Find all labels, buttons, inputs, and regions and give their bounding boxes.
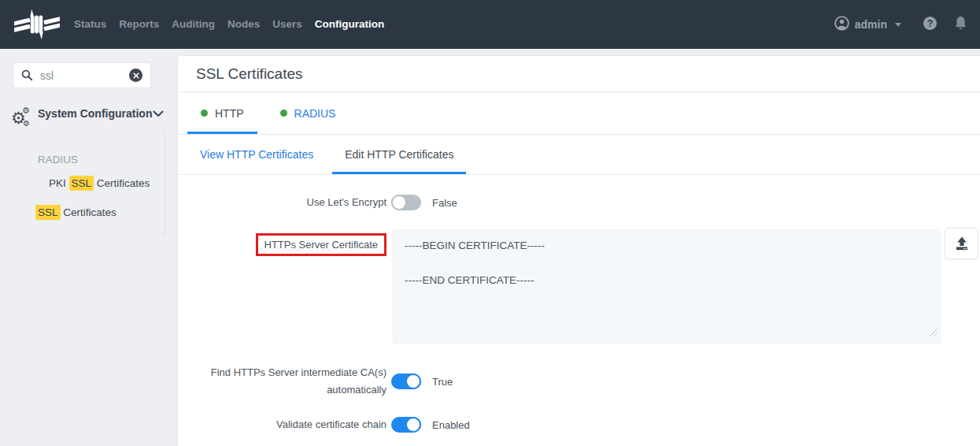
- sidebar-item-system-configuration[interactable]: ⚙ ⚙ ⚙ System Configuration: [11, 105, 165, 122]
- sidebar-section-radius: RADIUS: [38, 154, 78, 165]
- green-status-dot-icon: [280, 110, 287, 117]
- annotation-red-box: HTTPs Server Certificate: [256, 233, 386, 256]
- subtabs-bar: View HTTP Certificates Edit HTTP Certifi…: [178, 135, 980, 175]
- upload-certificate-button[interactable]: [945, 228, 978, 259]
- search-input[interactable]: [40, 69, 129, 82]
- gears-icon: ⚙ ⚙ ⚙: [11, 105, 38, 122]
- server-certificate-textarea[interactable]: -----BEGIN CERTIFICATE----- -----END CER…: [393, 229, 941, 344]
- item-text: Certificates: [94, 177, 150, 189]
- tab-http[interactable]: HTTP: [187, 92, 257, 134]
- server-certificate-label: HTTPs Server Certificate: [264, 239, 378, 251]
- subtab-edit-http-certificates[interactable]: Edit HTTP Certificates: [332, 135, 466, 174]
- nav-item-status[interactable]: Status: [68, 0, 113, 49]
- validate-chain-value: Enabled: [432, 419, 470, 431]
- user-icon: [834, 16, 849, 34]
- help-icon: ?: [923, 16, 937, 34]
- zpe-logo-icon[interactable]: [14, 9, 60, 40]
- main-navigation: Status Reports Auditing Nodes Users Conf…: [68, 0, 390, 49]
- tab-label: RADIUS: [294, 107, 336, 120]
- sidebar-item-ssl-certificates[interactable]: SSL Certificates: [35, 206, 116, 218]
- lets-encrypt-label: Use Let's Encrypt: [178, 194, 386, 211]
- notifications-button[interactable]: [954, 16, 967, 34]
- subtab-label: Edit HTTP Certificates: [345, 148, 453, 161]
- search-match-highlight: SSL: [35, 205, 61, 220]
- nav-item-reports[interactable]: Reports: [113, 0, 165, 49]
- intermediate-ca-toggle[interactable]: [391, 374, 421, 389]
- nav-item-configuration[interactable]: Configuration: [309, 0, 390, 49]
- sidebar-search-box: [13, 62, 151, 88]
- sidebar-divider-line: [165, 133, 165, 236]
- lets-encrypt-row: Use Let's Encrypt False: [178, 194, 980, 211]
- intermediate-ca-label: Find HTTPs Server intermediate CA(s) aut…: [178, 364, 386, 399]
- item-text: Certificates: [61, 206, 116, 218]
- navbar-right: admin ?: [834, 16, 967, 34]
- subtab-label: View HTTP Certificates: [200, 148, 313, 161]
- upload-icon: [954, 236, 970, 251]
- help-button[interactable]: ?: [923, 16, 937, 34]
- page-title: SSL Certificates: [196, 65, 303, 83]
- top-navbar: Status Reports Auditing Nodes Users Conf…: [0, 0, 980, 49]
- toggle-knob: [405, 417, 421, 433]
- intermediate-ca-value: True: [432, 376, 453, 388]
- intermediate-ca-row: Find HTTPs Server intermediate CA(s) aut…: [178, 364, 980, 399]
- nav-item-auditing[interactable]: Auditing: [165, 0, 221, 49]
- validate-chain-toggle[interactable]: [391, 417, 421, 433]
- item-text: PKI: [49, 177, 69, 189]
- tab-label: HTTP: [215, 107, 244, 120]
- validate-chain-label: Validate certificate chain: [178, 416, 386, 433]
- chevron-down-icon[interactable]: [153, 106, 164, 121]
- server-certificate-row: HTTPs Server Certificate -----BEGIN CERT…: [178, 229, 980, 344]
- toggle-knob: [391, 195, 407, 210]
- sidebar-item-pki-ssl-certificates[interactable]: PKI SSL Certificates: [49, 177, 150, 189]
- lets-encrypt-toggle[interactable]: [391, 195, 421, 210]
- green-status-dot-icon: [201, 110, 208, 117]
- main-content-panel: SSL Certificates HTTP RADIUS View HTTP C…: [177, 55, 980, 446]
- toggle-knob: [405, 374, 421, 389]
- caret-down-icon: [895, 23, 901, 27]
- user-menu[interactable]: admin: [834, 16, 901, 34]
- bell-icon: [954, 16, 967, 34]
- search-match-highlight: SSL: [69, 176, 94, 191]
- search-icon: [21, 69, 33, 81]
- svg-text:?: ?: [927, 17, 933, 28]
- page-header: SSL Certificates: [178, 56, 980, 92]
- subtab-view-http-certificates[interactable]: View HTTP Certificates: [187, 135, 326, 174]
- clear-search-icon[interactable]: [129, 69, 142, 82]
- sidebar: ⚙ ⚙ ⚙ System Configuration RADIUS PKI SS…: [0, 49, 177, 446]
- tab-radius[interactable]: RADIUS: [267, 92, 349, 134]
- nav-item-nodes[interactable]: Nodes: [221, 0, 266, 49]
- nav-item-users[interactable]: Users: [266, 0, 309, 49]
- tabs-bar: HTTP RADIUS: [178, 92, 980, 135]
- sidebar-group-label: System Configuration: [38, 105, 153, 122]
- lets-encrypt-value: False: [432, 197, 457, 209]
- user-name: admin: [855, 18, 887, 31]
- validate-chain-row: Validate certificate chain Enabled: [178, 416, 980, 433]
